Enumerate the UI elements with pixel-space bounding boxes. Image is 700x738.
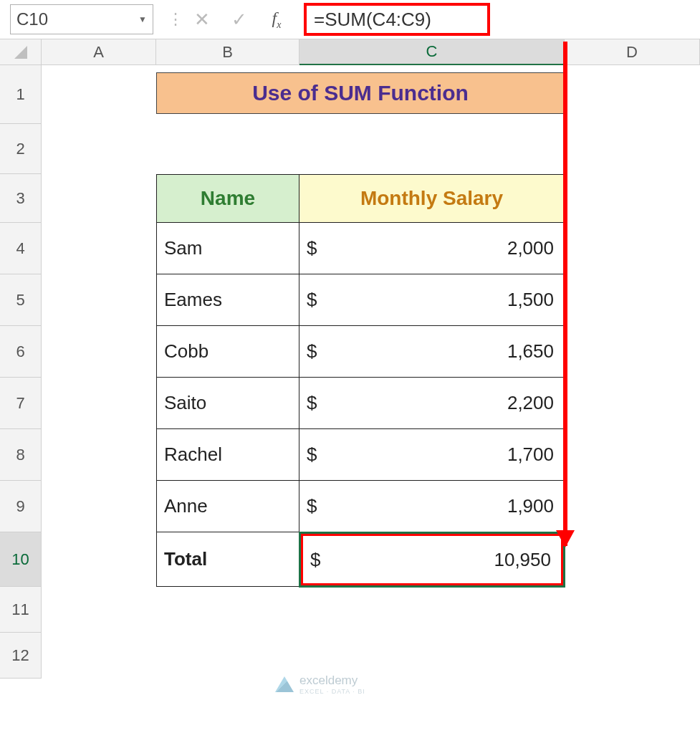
- row-header-11[interactable]: 11: [0, 587, 42, 633]
- watermark-brand: exceldemy: [299, 674, 358, 687]
- name-box-dropdown-icon[interactable]: ▼: [138, 14, 147, 24]
- fx-icon: fx: [272, 9, 282, 31]
- row-header-8[interactable]: 8: [0, 429, 42, 481]
- currency-symbol: $: [310, 549, 320, 571]
- total-value: 10,950: [494, 549, 551, 571]
- table-header-name[interactable]: Name: [156, 174, 299, 223]
- watermark-logo-icon: [275, 676, 294, 692]
- cancel-icon: ✕: [194, 9, 210, 31]
- salary-value: 1,700: [507, 444, 554, 466]
- check-icon: ✓: [231, 9, 247, 31]
- column-header-C[interactable]: C: [299, 39, 565, 65]
- currency-symbol: $: [307, 340, 317, 363]
- cell-salary[interactable]: $ 2,200: [299, 378, 565, 429]
- svg-marker-0: [14, 46, 27, 59]
- cell-salary[interactable]: $ 2,000: [299, 223, 565, 274]
- row-header-12[interactable]: 12: [0, 633, 42, 679]
- table-header-salary[interactable]: Monthly Salary: [299, 174, 565, 223]
- salary-value: 1,900: [507, 495, 554, 517]
- row-header-1[interactable]: 1: [0, 65, 42, 124]
- name-box-value: C10: [16, 9, 48, 29]
- formula-input[interactable]: =SUM(C4:C9): [304, 3, 490, 36]
- confirm-formula-button[interactable]: ✓: [221, 4, 258, 34]
- spreadsheet-grid[interactable]: A B C D 1 2 3 4 5 6 7 8 9 10 11 12 Use o…: [0, 39, 700, 679]
- formula-text: =SUM(C4:C9): [314, 9, 431, 31]
- select-all-corner[interactable]: [0, 39, 42, 65]
- annotation-arrow-icon: [563, 42, 567, 546]
- cell-name[interactable]: Saito: [156, 378, 299, 429]
- name-box[interactable]: C10 ▼: [10, 4, 153, 34]
- salary-value: 1,500: [507, 289, 554, 311]
- watermark: exceldemy EXCEL · DATA · BI: [275, 674, 365, 695]
- currency-symbol: $: [307, 392, 317, 414]
- cell-name[interactable]: Rachel: [156, 429, 299, 481]
- cell-salary[interactable]: $ 1,650: [299, 326, 565, 378]
- currency-symbol: $: [307, 444, 317, 466]
- insert-function-button[interactable]: fx: [258, 4, 295, 34]
- column-header-A[interactable]: A: [42, 39, 156, 65]
- column-header-D[interactable]: D: [565, 39, 700, 65]
- formula-input-wrap: =SUM(C4:C9): [295, 4, 694, 34]
- salary-value: 2,200: [507, 392, 554, 414]
- formula-bar-divider-icon: ⋮: [168, 5, 183, 34]
- row-header-10[interactable]: 10: [0, 532, 42, 587]
- column-header-B[interactable]: B: [156, 39, 299, 65]
- cell-name[interactable]: Cobb: [156, 326, 299, 378]
- formula-bar: C10 ▼ ⋮ ✕ ✓ fx =SUM(C4:C9): [0, 0, 700, 39]
- currency-symbol: $: [307, 495, 317, 517]
- row-header-9[interactable]: 9: [0, 481, 42, 532]
- watermark-tag: EXCEL · DATA · BI: [299, 688, 365, 695]
- salary-value: 1,650: [507, 340, 554, 363]
- row-header-6[interactable]: 6: [0, 326, 42, 378]
- cancel-formula-button[interactable]: ✕: [183, 4, 221, 34]
- row-header-3[interactable]: 3: [0, 174, 42, 223]
- row-header-5[interactable]: 5: [0, 274, 42, 326]
- cell-name[interactable]: Sam: [156, 223, 299, 274]
- salary-value: 2,000: [507, 237, 554, 259]
- row-header-2[interactable]: 2: [0, 124, 42, 174]
- cell-total-salary[interactable]: $ 10,950: [299, 532, 565, 587]
- currency-symbol: $: [307, 289, 317, 311]
- row-header-7[interactable]: 7: [0, 378, 42, 429]
- cell-total-label[interactable]: Total: [156, 532, 299, 587]
- cell-name[interactable]: Eames: [156, 274, 299, 326]
- cell-salary[interactable]: $ 1,700: [299, 429, 565, 481]
- cell-name[interactable]: Anne: [156, 481, 299, 532]
- cell-salary[interactable]: $ 1,500: [299, 274, 565, 326]
- sheet-title[interactable]: Use of SUM Function: [156, 72, 565, 114]
- currency-symbol: $: [307, 237, 317, 259]
- row-header-4[interactable]: 4: [0, 223, 42, 274]
- cell-salary[interactable]: $ 1,900: [299, 481, 565, 532]
